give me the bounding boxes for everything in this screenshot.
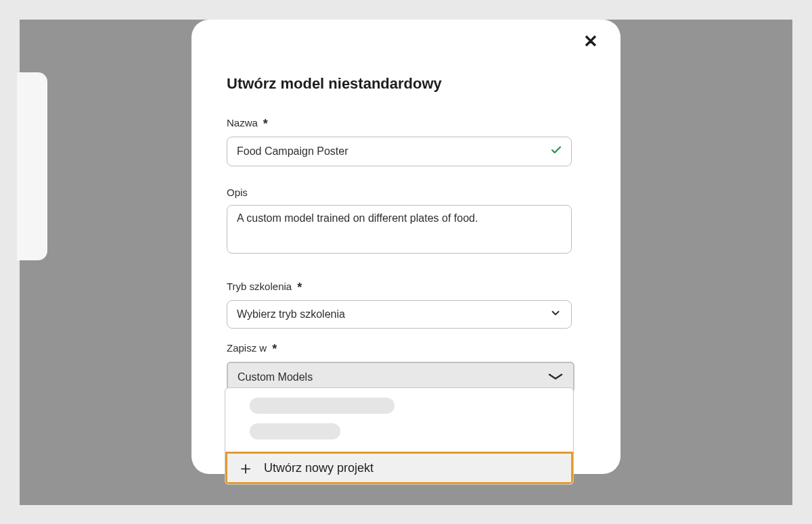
background-panel-hint (17, 72, 47, 260)
name-input-wrap (227, 137, 572, 166)
chevron-down-icon (547, 371, 564, 383)
skeleton-line (250, 423, 340, 439)
plus-icon: ＋ (237, 459, 254, 477)
required-indicator: * (263, 117, 268, 131)
checkmark-icon (550, 144, 562, 159)
description-label: Opis (227, 187, 585, 198)
dropdown-options-loading (225, 388, 573, 452)
chevron-down-icon (549, 307, 562, 322)
skeleton-line (250, 398, 394, 414)
training-mode-label-text: Tryb szkolenia (227, 281, 292, 292)
required-indicator: * (272, 342, 277, 356)
description-field-group: Opis (227, 187, 585, 256)
save-in-selected: Custom Models (238, 371, 313, 383)
save-in-label: Zapisz w * (227, 341, 585, 355)
required-indicator: * (297, 281, 302, 295)
save-in-label-text: Zapisz w (227, 342, 267, 354)
description-label-text: Opis (227, 187, 248, 198)
name-label: Nazwa * (227, 116, 585, 130)
modal-title: Utwórz model niestandardowy (227, 75, 585, 93)
create-new-project-label: Utwórz nowy projekt (264, 461, 374, 475)
training-mode-label: Tryb szkolenia * (227, 279, 585, 293)
description-input[interactable] (227, 205, 572, 254)
name-input[interactable] (227, 137, 572, 166)
close-icon: ✕ (583, 31, 598, 52)
name-label-text: Nazwa (227, 117, 258, 128)
training-mode-placeholder: Wybierz tryb szkolenia (237, 308, 345, 320)
save-in-dropdown-panel: ＋ Utwórz nowy projekt (225, 387, 574, 485)
save-in-field-group: Zapisz w * Custom Models (227, 341, 585, 393)
create-custom-model-modal: ✕ Utwórz model niestandardowy Nazwa * Op… (191, 20, 621, 474)
name-field-group: Nazwa * (227, 116, 585, 166)
training-mode-select[interactable]: Wybierz tryb szkolenia (227, 300, 572, 329)
training-mode-field-group: Tryb szkolenia * Wybierz tryb szkolenia (227, 279, 585, 329)
page-overlay-backdrop: ✕ Utwórz model niestandardowy Nazwa * Op… (20, 20, 792, 505)
close-button[interactable]: ✕ (581, 32, 600, 51)
create-new-project-option[interactable]: ＋ Utwórz nowy projekt (225, 452, 573, 484)
